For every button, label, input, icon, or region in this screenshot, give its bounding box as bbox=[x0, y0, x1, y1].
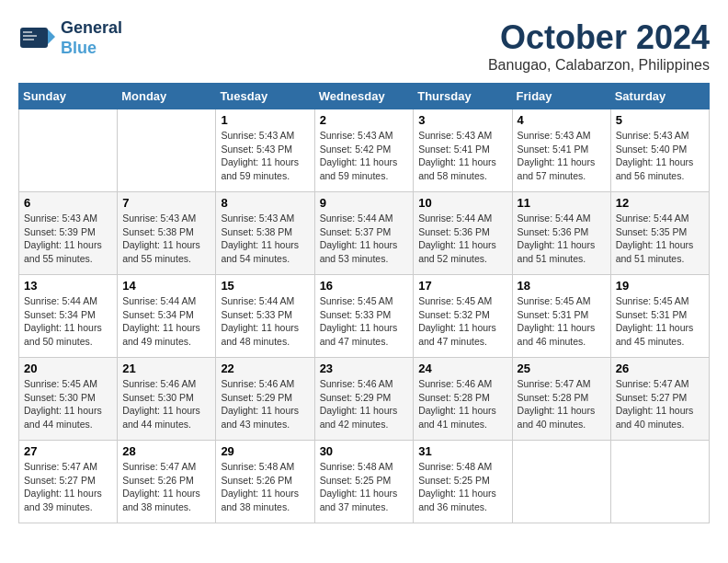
calendar-cell: 23Sunrise: 5:46 AMSunset: 5:29 PMDayligh… bbox=[314, 358, 414, 441]
day-number: 8 bbox=[221, 196, 309, 210]
day-info: Sunrise: 5:45 AMSunset: 5:30 PMDaylight:… bbox=[24, 377, 112, 431]
calendar-cell: 29Sunrise: 5:48 AMSunset: 5:26 PMDayligh… bbox=[216, 441, 314, 523]
calendar-cell: 10Sunrise: 5:44 AMSunset: 5:36 PMDayligh… bbox=[414, 192, 512, 275]
day-info: Sunrise: 5:46 AMSunset: 5:29 PMDaylight:… bbox=[221, 377, 309, 431]
day-info: Sunrise: 5:44 AMSunset: 5:34 PMDaylight:… bbox=[122, 294, 210, 349]
day-number: 25 bbox=[518, 362, 606, 375]
day-info: Sunrise: 5:43 AMSunset: 5:38 PMDaylight:… bbox=[221, 212, 309, 266]
day-info: Sunrise: 5:43 AMSunset: 5:40 PMDaylight:… bbox=[616, 129, 704, 183]
svg-rect-3 bbox=[23, 35, 37, 37]
day-info: Sunrise: 5:46 AMSunset: 5:29 PMDaylight:… bbox=[320, 377, 409, 431]
day-info: Sunrise: 5:44 AMSunset: 5:36 PMDaylight:… bbox=[418, 212, 506, 266]
day-number: 7 bbox=[122, 196, 210, 210]
day-number: 18 bbox=[518, 279, 606, 293]
calendar-table: Sunday Monday Tuesday Wednesday Thursday… bbox=[18, 83, 710, 523]
day-number: 29 bbox=[221, 444, 309, 458]
svg-rect-0 bbox=[20, 28, 48, 48]
day-info: Sunrise: 5:44 AMSunset: 5:33 PMDaylight:… bbox=[221, 294, 309, 349]
day-number: 13 bbox=[24, 279, 112, 293]
day-info: Sunrise: 5:45 AMSunset: 5:31 PMDaylight:… bbox=[518, 294, 606, 349]
calendar-cell: 19Sunrise: 5:45 AMSunset: 5:31 PMDayligh… bbox=[610, 275, 709, 358]
page-header: General Blue October 2024 Banugao, Calab… bbox=[18, 18, 710, 74]
day-info: Sunrise: 5:43 AMSunset: 5:41 PMDaylight:… bbox=[518, 129, 606, 183]
day-number: 9 bbox=[320, 196, 409, 210]
day-number: 12 bbox=[616, 196, 704, 210]
calendar-body: 1Sunrise: 5:43 AMSunset: 5:43 PMDaylight… bbox=[19, 109, 710, 523]
calendar-cell bbox=[512, 441, 610, 523]
header-sunday: Sunday bbox=[19, 84, 118, 109]
calendar-cell: 9Sunrise: 5:44 AMSunset: 5:37 PMDaylight… bbox=[314, 192, 414, 275]
day-info: Sunrise: 5:47 AMSunset: 5:27 PMDaylight:… bbox=[616, 377, 704, 431]
day-number: 1 bbox=[221, 113, 309, 127]
day-number: 10 bbox=[418, 196, 506, 210]
day-number: 30 bbox=[320, 444, 409, 458]
day-number: 24 bbox=[418, 362, 506, 375]
day-info: Sunrise: 5:48 AMSunset: 5:26 PMDaylight:… bbox=[221, 460, 309, 514]
day-info: Sunrise: 5:45 AMSunset: 5:33 PMDaylight:… bbox=[320, 294, 409, 349]
calendar-week-2: 6Sunrise: 5:43 AMSunset: 5:39 PMDaylight… bbox=[19, 192, 710, 275]
day-number: 31 bbox=[418, 444, 506, 458]
calendar-cell: 22Sunrise: 5:46 AMSunset: 5:29 PMDayligh… bbox=[216, 358, 314, 441]
day-info: Sunrise: 5:43 AMSunset: 5:42 PMDaylight:… bbox=[320, 129, 409, 183]
day-info: Sunrise: 5:45 AMSunset: 5:32 PMDaylight:… bbox=[418, 294, 506, 349]
day-number: 16 bbox=[320, 279, 409, 293]
day-info: Sunrise: 5:43 AMSunset: 5:39 PMDaylight:… bbox=[24, 212, 112, 266]
calendar-week-5: 27Sunrise: 5:47 AMSunset: 5:27 PMDayligh… bbox=[19, 441, 710, 523]
header-wednesday: Wednesday bbox=[314, 84, 414, 109]
calendar-cell: 3Sunrise: 5:43 AMSunset: 5:41 PMDaylight… bbox=[414, 109, 512, 192]
calendar-week-3: 13Sunrise: 5:44 AMSunset: 5:34 PMDayligh… bbox=[19, 275, 710, 358]
calendar-cell: 21Sunrise: 5:46 AMSunset: 5:30 PMDayligh… bbox=[118, 358, 216, 441]
logo-text: General Blue bbox=[61, 18, 122, 58]
day-info: Sunrise: 5:47 AMSunset: 5:26 PMDaylight:… bbox=[122, 460, 210, 514]
calendar-cell: 20Sunrise: 5:45 AMSunset: 5:30 PMDayligh… bbox=[19, 358, 118, 441]
calendar-week-1: 1Sunrise: 5:43 AMSunset: 5:43 PMDaylight… bbox=[19, 109, 710, 192]
calendar-cell: 26Sunrise: 5:47 AMSunset: 5:27 PMDayligh… bbox=[610, 358, 709, 441]
calendar-cell: 13Sunrise: 5:44 AMSunset: 5:34 PMDayligh… bbox=[19, 275, 118, 358]
calendar-cell: 25Sunrise: 5:47 AMSunset: 5:28 PMDayligh… bbox=[512, 358, 610, 441]
day-info: Sunrise: 5:43 AMSunset: 5:41 PMDaylight:… bbox=[418, 129, 506, 183]
location-title: Banugao, Calabarzon, Philippines bbox=[488, 57, 710, 74]
day-info: Sunrise: 5:43 AMSunset: 5:43 PMDaylight:… bbox=[221, 129, 309, 183]
day-number: 3 bbox=[418, 113, 506, 127]
day-number: 5 bbox=[616, 113, 704, 127]
calendar-cell: 16Sunrise: 5:45 AMSunset: 5:33 PMDayligh… bbox=[314, 275, 414, 358]
calendar-cell: 11Sunrise: 5:44 AMSunset: 5:36 PMDayligh… bbox=[512, 192, 610, 275]
calendar-cell: 5Sunrise: 5:43 AMSunset: 5:40 PMDaylight… bbox=[610, 109, 709, 192]
day-number: 4 bbox=[518, 113, 606, 127]
calendar-cell: 6Sunrise: 5:43 AMSunset: 5:39 PMDaylight… bbox=[19, 192, 118, 275]
day-info: Sunrise: 5:47 AMSunset: 5:28 PMDaylight:… bbox=[518, 377, 606, 431]
header-friday: Friday bbox=[512, 84, 610, 109]
svg-rect-4 bbox=[23, 39, 34, 40]
day-info: Sunrise: 5:44 AMSunset: 5:36 PMDaylight:… bbox=[518, 212, 606, 266]
day-info: Sunrise: 5:48 AMSunset: 5:25 PMDaylight:… bbox=[418, 460, 506, 514]
header-monday: Monday bbox=[118, 84, 216, 109]
calendar-cell: 27Sunrise: 5:47 AMSunset: 5:27 PMDayligh… bbox=[19, 441, 118, 523]
svg-rect-2 bbox=[23, 31, 32, 33]
day-info: Sunrise: 5:48 AMSunset: 5:25 PMDaylight:… bbox=[320, 460, 409, 514]
logo: General Blue bbox=[18, 18, 122, 58]
logo-icon bbox=[18, 20, 55, 57]
calendar-header: Sunday Monday Tuesday Wednesday Thursday… bbox=[19, 84, 710, 109]
calendar-week-4: 20Sunrise: 5:45 AMSunset: 5:30 PMDayligh… bbox=[19, 358, 710, 441]
calendar-cell: 30Sunrise: 5:48 AMSunset: 5:25 PMDayligh… bbox=[314, 441, 414, 523]
header-tuesday: Tuesday bbox=[216, 84, 314, 109]
calendar-cell: 14Sunrise: 5:44 AMSunset: 5:34 PMDayligh… bbox=[118, 275, 216, 358]
calendar-cell bbox=[19, 109, 118, 192]
calendar-cell: 24Sunrise: 5:46 AMSunset: 5:28 PMDayligh… bbox=[414, 358, 512, 441]
day-number: 17 bbox=[418, 279, 506, 293]
day-number: 22 bbox=[221, 362, 309, 375]
header-thursday: Thursday bbox=[414, 84, 512, 109]
day-info: Sunrise: 5:46 AMSunset: 5:28 PMDaylight:… bbox=[418, 377, 506, 431]
calendar-cell: 31Sunrise: 5:48 AMSunset: 5:25 PMDayligh… bbox=[414, 441, 512, 523]
day-number: 27 bbox=[24, 444, 112, 458]
day-number: 23 bbox=[320, 362, 409, 375]
day-info: Sunrise: 5:47 AMSunset: 5:27 PMDaylight:… bbox=[24, 460, 112, 514]
calendar-cell: 28Sunrise: 5:47 AMSunset: 5:26 PMDayligh… bbox=[118, 441, 216, 523]
calendar-cell: 2Sunrise: 5:43 AMSunset: 5:42 PMDaylight… bbox=[314, 109, 414, 192]
day-info: Sunrise: 5:44 AMSunset: 5:34 PMDaylight:… bbox=[24, 294, 112, 349]
day-number: 21 bbox=[122, 362, 210, 375]
calendar-cell bbox=[118, 109, 216, 192]
day-number: 15 bbox=[221, 279, 309, 293]
logo-line1: General bbox=[61, 18, 122, 39]
day-info: Sunrise: 5:46 AMSunset: 5:30 PMDaylight:… bbox=[122, 377, 210, 431]
